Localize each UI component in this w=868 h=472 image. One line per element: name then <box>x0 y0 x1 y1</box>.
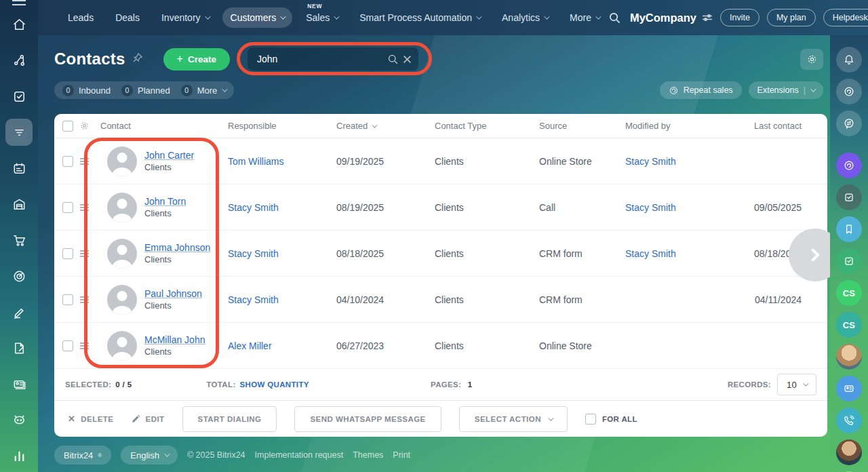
responsible-link[interactable]: Alex Miller <box>228 340 272 351</box>
view-settings-gear-icon[interactable] <box>800 49 823 70</box>
show-quantity-link[interactable]: SHOW QUANTITY <box>240 380 309 389</box>
nav-customers[interactable]: Customers <box>222 7 293 28</box>
for-all-checkbox-input[interactable] <box>585 414 596 425</box>
themes-link[interactable]: Themes <box>353 450 383 460</box>
documents-icon[interactable] <box>5 334 33 361</box>
column-created[interactable]: Created <box>336 121 435 131</box>
responsible-link[interactable]: Stacy Smith <box>228 202 279 213</box>
helpdesk-button[interactable]: Helpdesk <box>823 9 868 26</box>
nav-sales[interactable]: NEWSales <box>298 7 346 28</box>
modified-by-link[interactable]: Stacy Smith <box>625 202 676 213</box>
nav-smart-process-automation[interactable]: Smart Process Automation <box>351 7 488 28</box>
row-checkbox[interactable] <box>62 248 73 259</box>
search-box[interactable] <box>248 47 418 71</box>
language-select[interactable]: English <box>121 446 178 465</box>
send-whatsapp-button[interactable]: SEND WHATSAPP MESSAGE <box>294 406 441 432</box>
responsible-link[interactable]: Tom Williams <box>228 156 283 167</box>
user-photo-avatar[interactable] <box>836 439 862 465</box>
search-icon[interactable] <box>387 54 399 65</box>
create-button[interactable]: + Create <box>163 48 230 71</box>
select-all-checkbox[interactable] <box>62 121 73 132</box>
start-dialing-button[interactable]: START DIALING <box>182 406 277 432</box>
phone-icon[interactable] <box>836 408 862 433</box>
check-square-icon[interactable] <box>836 248 862 274</box>
contact-name-link[interactable]: Paul Johnson <box>144 288 202 299</box>
responsible-link[interactable]: Stacy Smith <box>228 248 279 259</box>
filter-planned[interactable]: 0Planned <box>121 85 170 96</box>
print-link[interactable]: Print <box>393 450 410 460</box>
drag-handle-icon[interactable] <box>75 161 94 162</box>
for-all-checkbox[interactable]: FOR ALL <box>585 414 637 425</box>
column-contact-type[interactable]: Contact Type <box>435 121 539 131</box>
tasks-icon[interactable] <box>5 83 33 110</box>
search-icon[interactable] <box>608 10 623 25</box>
records-per-page-select[interactable]: 10 <box>777 374 816 395</box>
marketing-icon[interactable] <box>5 262 33 290</box>
bitrix24-brand-button[interactable]: Bitrix24® <box>54 446 111 465</box>
select-action-dropdown[interactable]: SELECT ACTION <box>459 406 568 432</box>
row-checkbox[interactable] <box>62 340 73 351</box>
sign-icon[interactable] <box>5 298 33 326</box>
row-checkbox[interactable] <box>62 294 73 305</box>
nav-deals[interactable]: Deals <box>107 7 148 28</box>
nav-more[interactable]: More <box>561 7 608 28</box>
contact-card-icon[interactable] <box>836 376 862 401</box>
company-name[interactable]: MyCompany <box>630 12 713 24</box>
inventory-icon[interactable] <box>5 191 33 218</box>
my-plan-button[interactable]: My plan <box>767 9 816 26</box>
edit-button[interactable]: EDIT <box>132 414 165 423</box>
menu-icon[interactable] <box>0 0 38 1</box>
nav-inventory[interactable]: Inventory <box>153 7 217 28</box>
column-modified-by[interactable]: Modified by <box>625 121 719 131</box>
drag-handle-icon[interactable] <box>75 253 94 254</box>
modified-by-link[interactable]: Stacy Smith <box>625 156 676 167</box>
column-source[interactable]: Source <box>539 121 625 131</box>
contact-name-link[interactable]: John Carter <box>144 150 194 161</box>
implementation-request-link[interactable]: Implementation request <box>255 450 344 460</box>
repeat-sales-button[interactable]: Repeat sales <box>660 81 742 99</box>
modified-by-link[interactable]: Stacy Smith <box>625 248 676 259</box>
column-last-contact[interactable]: Last contact <box>719 121 827 131</box>
messenger-sync-icon[interactable] <box>836 111 862 136</box>
cs-badge-green[interactable]: CS <box>836 280 862 306</box>
cs-badge-teal[interactable]: CS <box>836 312 862 338</box>
filter-more[interactable]: 0More <box>181 85 226 96</box>
row-checkbox[interactable] <box>62 156 73 167</box>
contact-type-label: Clients <box>144 347 205 357</box>
contact-name-link[interactable]: John Torn <box>144 196 186 207</box>
row-checkbox[interactable] <box>62 202 73 213</box>
contact-name-link[interactable]: McMillan John <box>144 334 205 345</box>
pin-icon[interactable] <box>132 52 143 66</box>
bookmark-icon[interactable] <box>836 216 862 242</box>
copilot-icon[interactable] <box>836 79 862 104</box>
home-icon[interactable] <box>5 11 33 38</box>
collaboration-icon[interactable] <box>5 47 33 74</box>
user-photo-avatar[interactable] <box>836 344 862 370</box>
responsible-link[interactable]: Stacy Smith <box>228 294 279 305</box>
drag-handle-icon[interactable] <box>75 345 94 347</box>
notifications-bell-icon[interactable] <box>836 47 862 73</box>
column-contact[interactable]: Contact <box>94 121 228 131</box>
crm-icon[interactable] <box>5 119 33 146</box>
column-responsible[interactable]: Responsible <box>228 121 336 131</box>
sales-cart-icon[interactable] <box>5 227 33 254</box>
contact-name-link[interactable]: Emma Johnson <box>144 242 210 253</box>
pencil-icon <box>132 414 140 423</box>
tasks-check-icon[interactable] <box>836 184 862 210</box>
nav-analytics[interactable]: Analytics <box>494 7 556 28</box>
calendar-icon[interactable] <box>5 155 33 182</box>
column-settings-gear-icon[interactable] <box>75 121 94 131</box>
search-input[interactable] <box>257 54 387 64</box>
ai-assistant-icon[interactable] <box>5 406 33 433</box>
nav-leads[interactable]: Leads <box>60 7 102 28</box>
invite-button[interactable]: Invite <box>720 9 760 26</box>
contact-center-icon[interactable] <box>5 370 33 397</box>
drag-handle-icon[interactable] <box>75 299 94 300</box>
drag-handle-icon[interactable] <box>75 207 94 208</box>
analytics-icon[interactable] <box>5 442 33 469</box>
clear-search-icon[interactable] <box>403 55 412 64</box>
filter-inbound[interactable]: 0Inbound <box>62 85 111 96</box>
delete-button[interactable]: ✕DELETE <box>68 414 114 424</box>
extensions-button[interactable]: Extensions| <box>749 81 823 99</box>
copilot-active-icon[interactable] <box>836 153 862 178</box>
